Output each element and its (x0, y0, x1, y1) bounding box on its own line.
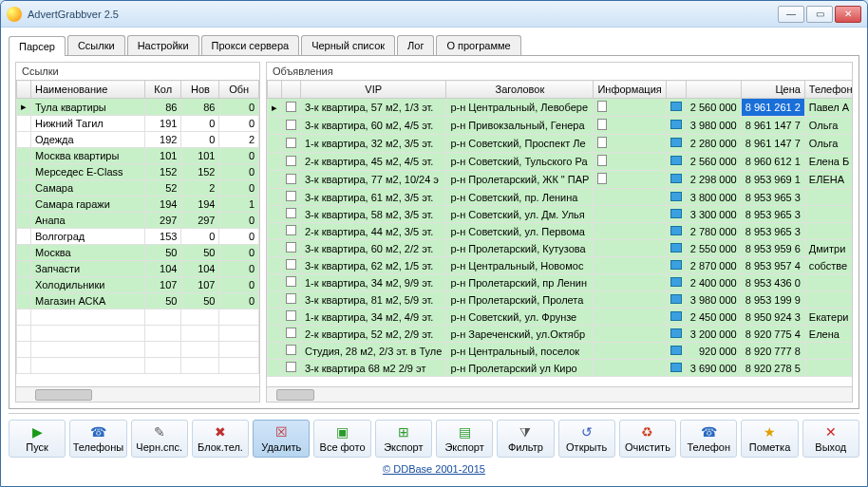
link-row[interactable]: Магазин АСКА50500 (17, 293, 259, 309)
tab-2[interactable]: Настройки (127, 35, 199, 55)
vip-checkbox[interactable] (286, 156, 296, 166)
photo-icon (670, 243, 682, 253)
link-row[interactable]: Анапа2972970 (17, 213, 259, 229)
photo-icon (670, 260, 682, 270)
vip-checkbox[interactable] (286, 174, 296, 184)
toolbar-Пуск[interactable]: ▶Пуск (9, 420, 66, 458)
link-row[interactable]: Одежда19202 (17, 132, 259, 148)
ad-row[interactable]: 3-к квартира, 77 м2, 10/24 эр-н Пролетар… (268, 171, 853, 189)
photo-icon (670, 102, 682, 111)
toolbar-Удалить[interactable]: ☒Удалить (253, 420, 310, 458)
vip-checkbox[interactable] (286, 191, 296, 201)
doc-icon (597, 173, 607, 184)
link-row[interactable]: Москва квартиры1011010 (17, 148, 259, 164)
toolbar-Телефоны[interactable]: ☎Телефоны (69, 420, 126, 458)
vip-checkbox[interactable] (286, 345, 296, 355)
photo-icon (670, 363, 682, 372)
footer: © DDBase 2001-2015 (9, 459, 859, 478)
link-row[interactable]: ▸Тула квартиры86860 (17, 99, 259, 116)
photo-icon (670, 156, 682, 165)
close-button[interactable]: ✕ (835, 6, 861, 23)
vip-checkbox[interactable] (286, 138, 296, 148)
ad-row[interactable]: Студия, 28 м2, 2/3 эт. в Тулер-н Централ… (268, 343, 853, 360)
links-pane: Ссылки НаименованиеКолНовОбн▸Тула кварти… (15, 62, 260, 403)
vip-checkbox[interactable] (286, 293, 296, 304)
ad-row[interactable]: 2-к квартира, 52 м2, 2/9 эт.р-н Зареченс… (268, 326, 853, 343)
ad-row[interactable]: 3-к квартира, 60 м2, 2/2 эт.р-н Пролетар… (268, 240, 853, 257)
ad-row[interactable]: 3-к квартира 68 м2 2/9 этр-н Пролетарски… (268, 360, 853, 377)
vip-checkbox[interactable] (286, 259, 296, 270)
vip-checkbox[interactable] (286, 102, 296, 112)
tab-bar: ПарсерСсылкиНастройкиПрокси сервераЧерны… (9, 35, 859, 56)
link-row[interactable]: Волгоград15300 (17, 229, 259, 245)
ad-row[interactable]: 2-к квартира, 44 м2, 3/5 эт.р-н Советски… (268, 223, 853, 240)
link-row[interactable]: Мерседес E-Class1521520 (17, 164, 259, 180)
vip-checkbox[interactable] (286, 120, 296, 130)
tab-3[interactable]: Прокси сервера (201, 35, 300, 55)
photo-icon (670, 174, 682, 183)
ad-row[interactable]: 3-к квартира, 62 м2, 1/5 эт.р-н Централь… (268, 257, 853, 274)
toolbar-Блок.тел.[interactable]: ✖Блок.тел. (192, 420, 249, 458)
ad-row[interactable]: 3-к квартира, 81 м2, 5/9 эт.р-н Пролетар… (268, 291, 853, 309)
toolbar-Пометка[interactable]: ★Пометка (741, 420, 798, 458)
links-title: Ссылки (16, 63, 259, 80)
link-row[interactable]: Запчасти1041040 (17, 261, 259, 277)
ads-title: Объявления (267, 63, 852, 80)
doc-icon (597, 137, 607, 148)
link-row[interactable]: Холодильники1071070 (17, 277, 259, 293)
vip-checkbox[interactable] (286, 310, 296, 321)
toolbar: ▶Пуск☎Телефоны✎Черн.спс.✖Блок.тел.☒Удали… (9, 413, 859, 459)
toolbar-Фильтр[interactable]: ⧩Фильтр (497, 420, 554, 458)
tab-6[interactable]: О программе (436, 35, 520, 55)
photo-icon (670, 209, 682, 218)
link-row[interactable]: Москва50500 (17, 245, 259, 261)
toolbar-Экспорт[interactable]: ⊞Экспорт (375, 420, 432, 458)
ads-grid[interactable]: VIPЗаголовокИнформацияЦенаТелефон ♦Конта… (267, 80, 852, 386)
photo-icon (670, 311, 682, 321)
ad-row[interactable]: 3-к квартира, 58 м2, 3/5 эт.р-н Советски… (268, 206, 853, 223)
ad-row[interactable]: 1-к квартира, 34 м2, 9/9 эт.р-н Пролетар… (268, 274, 853, 291)
link-row[interactable]: Нижний Тагил19100 (17, 116, 259, 132)
tab-1[interactable]: Ссылки (67, 35, 125, 55)
toolbar-Выход[interactable]: ✕Выход (802, 420, 859, 458)
photo-icon (670, 192, 682, 201)
tab-4[interactable]: Черный список (301, 35, 395, 55)
ad-row[interactable]: 3-к квартира, 61 м2, 3/5 эт.р-н Советски… (268, 189, 853, 206)
window-title: AdvertGrabbver 2.5 (28, 9, 778, 20)
photo-icon (670, 277, 682, 287)
links-hscroll[interactable] (16, 386, 259, 402)
photo-icon (670, 120, 682, 129)
toolbar-Черн.спс.[interactable]: ✎Черн.спс. (131, 420, 188, 458)
toolbar-Все фото[interactable]: ▣Все фото (313, 420, 370, 458)
toolbar-Очистить[interactable]: ♻Очистить (619, 420, 676, 458)
titlebar: AdvertGrabbver 2.5 — ▭ ✕ (1, 1, 867, 28)
vip-checkbox[interactable] (286, 225, 296, 235)
tab-0[interactable]: Парсер (9, 36, 66, 56)
link-row[interactable]: Самара5220 (17, 180, 259, 197)
ad-row[interactable]: 3-к квартира, 60 м2, 4/5 эт.р-н Привокза… (268, 117, 853, 135)
footer-link[interactable]: © DDBase 2001-2015 (383, 463, 485, 475)
toolbar-Экспорт[interactable]: ▤Экспорт (436, 420, 493, 458)
maximize-button[interactable]: ▭ (806, 6, 833, 23)
ad-row[interactable]: ▸3-к квартира, 57 м2, 1/3 эт.р-н Централ… (268, 99, 853, 117)
photo-icon (670, 226, 682, 235)
photo-icon (670, 294, 682, 304)
vip-checkbox[interactable] (286, 276, 296, 287)
ad-row[interactable]: 2-к квартира, 45 м2, 4/5 эт.р-н Советски… (268, 153, 853, 171)
tab-5[interactable]: Лог (397, 35, 434, 55)
links-grid[interactable]: НаименованиеКолНовОбн▸Тула квартиры86860… (16, 80, 259, 386)
toolbar-Телефон[interactable]: ☎Телефон (680, 420, 737, 458)
ads-hscroll[interactable] (267, 386, 852, 402)
vip-checkbox[interactable] (286, 208, 296, 218)
ad-row[interactable]: 1-к квартира, 32 м2, 3/5 эт.р-н Советски… (268, 135, 853, 153)
link-row[interactable]: Самара гаражи1941941 (17, 197, 259, 213)
photo-icon (670, 138, 682, 147)
ad-row[interactable]: 1-к квартира, 34 м2, 4/9 эт.р-н Советски… (268, 309, 853, 326)
toolbar-Открыть[interactable]: ↺Открыть (558, 420, 615, 458)
app-icon (7, 7, 22, 22)
vip-checkbox[interactable] (286, 362, 296, 372)
minimize-button[interactable]: — (778, 6, 804, 23)
vip-checkbox[interactable] (286, 328, 296, 338)
doc-icon (597, 119, 607, 130)
vip-checkbox[interactable] (286, 242, 296, 253)
